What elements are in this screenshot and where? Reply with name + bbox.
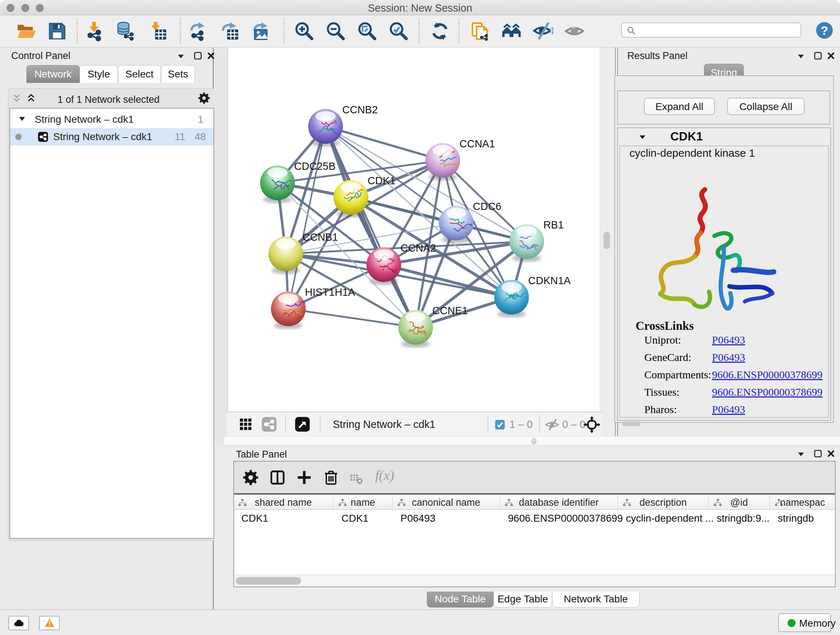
- table-hscrollbar[interactable]: [233, 575, 836, 586]
- column-header-shared-name[interactable]: shared name: [233, 494, 333, 509]
- table-cell[interactable]: CDK1: [241, 513, 268, 524]
- tab-select[interactable]: Select: [118, 65, 161, 83]
- show-eye-button[interactable]: [564, 21, 584, 41]
- table-panel-close-icon[interactable]: [827, 450, 835, 458]
- zoom-selected-button[interactable]: [388, 21, 409, 41]
- hidden-eye-icon[interactable]: [545, 417, 559, 432]
- table-gear-icon[interactable]: [242, 469, 259, 486]
- network-edge[interactable]: [288, 126, 325, 309]
- export-image-button[interactable]: [251, 21, 271, 41]
- memory-button[interactable]: Memory: [778, 613, 831, 632]
- network-edge[interactable]: [288, 309, 416, 327]
- copy-document-button[interactable]: [470, 21, 490, 41]
- cloud-button[interactable]: [8, 616, 29, 630]
- table-hscrollbar-thumb[interactable]: [236, 577, 301, 585]
- crosslink-value-link[interactable]: P06493: [712, 351, 745, 363]
- open-session-button[interactable]: [16, 21, 36, 41]
- export-network-button[interactable]: [188, 21, 208, 41]
- grid-view-icon[interactable]: [239, 417, 253, 431]
- splitter-handle[interactable]: [531, 438, 537, 445]
- birds-eye-view-icon[interactable]: [294, 416, 310, 432]
- table-cell[interactable]: cyclin-dependent ...: [626, 513, 714, 524]
- help-button[interactable]: ?: [816, 22, 833, 39]
- network-node-CDC25B[interactable]: CDC25B: [260, 160, 335, 203]
- warning-button[interactable]: [39, 616, 60, 630]
- home-networks-button[interactable]: [501, 21, 522, 41]
- control-panel-menu-icon[interactable]: [177, 54, 185, 59]
- hide-eye-button[interactable]: [533, 21, 553, 41]
- export-table-button[interactable]: [219, 21, 240, 41]
- delete-column-icon[interactable]: [322, 469, 340, 486]
- results-panel-float-icon[interactable]: [814, 52, 822, 60]
- import-table-button[interactable]: [148, 21, 168, 41]
- function-builder-icon[interactable]: f(x): [375, 467, 394, 483]
- zoom-in-button[interactable]: [294, 21, 314, 41]
- fit-content-icon[interactable]: [583, 416, 601, 434]
- table-panel-float-icon[interactable]: [814, 450, 822, 458]
- tab-style[interactable]: Style: [80, 65, 118, 83]
- column-header-namespac[interactable]: namespac: [770, 494, 836, 509]
- network-node-HIST1H1A[interactable]: HIST1H1A: [271, 287, 355, 329]
- gene-collapse-icon[interactable]: [639, 135, 646, 140]
- import-database-button[interactable]: [115, 21, 136, 41]
- table-cell[interactable]: 9606.ENSP00000378699: [508, 513, 623, 524]
- control-panel-close-icon[interactable]: [207, 52, 215, 60]
- crosslink-value-link[interactable]: P06493: [712, 334, 745, 346]
- show-columns-icon[interactable]: [269, 469, 286, 486]
- node-label: CDK1: [368, 175, 395, 187]
- crosslink-value-link[interactable]: 9606.ENSP00000378699: [712, 386, 823, 398]
- column-header-description[interactable]: description: [618, 494, 709, 509]
- crosslink-value-link[interactable]: P06493: [712, 403, 745, 416]
- refresh-button[interactable]: [430, 21, 450, 41]
- title-bar: Session: New Session: [0, 0, 840, 15]
- network-row-label: String Network – cdk1: [53, 131, 152, 143]
- column-header-canonical-name[interactable]: canonical name: [393, 494, 500, 509]
- results-panel-menu-icon[interactable]: [797, 54, 805, 59]
- tab-network-table[interactable]: Network Table: [552, 592, 639, 608]
- gene-section: CDK1 cyclin-dependent kinase 1: [617, 127, 831, 421]
- zoom-out-button[interactable]: [325, 21, 346, 41]
- crosslink-row: Tissues:9606.ENSP00000378699: [644, 386, 825, 398]
- selected-checkbox-icon[interactable]: [494, 419, 506, 431]
- table-panel-menu-icon[interactable]: [797, 452, 805, 457]
- search-input[interactable]: [621, 22, 801, 38]
- network-node-CCNA1[interactable]: CCNA1: [425, 138, 495, 181]
- crosslink-value-link[interactable]: 9606.ENSP00000378699: [712, 369, 823, 381]
- column-header-database-identifier[interactable]: database identifier: [500, 494, 618, 509]
- network-node-CDKN1A[interactable]: CDKN1A: [494, 275, 571, 318]
- gene-box-scrollbar-thumb[interactable]: [622, 421, 640, 426]
- expand-all-button[interactable]: Expand All: [644, 98, 715, 115]
- collapse-all-icon[interactable]: [11, 93, 22, 103]
- network-row[interactable]: String Network – cdk1 11 48: [10, 128, 213, 146]
- crosslinks-title: CrossLinks: [636, 319, 694, 333]
- tab-edge-table[interactable]: Edge Table: [493, 592, 552, 608]
- expand-all-icon[interactable]: [25, 93, 37, 103]
- control-panel-float-icon[interactable]: [194, 52, 202, 60]
- table-cell[interactable]: P06493: [401, 513, 436, 524]
- import-network-button[interactable]: [84, 21, 104, 41]
- network-vscrollbar-thumb[interactable]: [603, 232, 610, 249]
- column-header--id[interactable]: @id: [709, 494, 770, 509]
- tab-node-table[interactable]: Node Table: [427, 592, 493, 608]
- string-network-icon[interactable]: [261, 416, 277, 432]
- cloud-icon: [13, 618, 24, 629]
- table-cell[interactable]: CDK1: [341, 513, 369, 524]
- zoom-fit-button[interactable]: [357, 21, 377, 41]
- network-node-RB1[interactable]: RB1: [509, 219, 564, 262]
- add-column-icon[interactable]: [295, 469, 313, 486]
- control-gear-icon[interactable]: [197, 92, 210, 105]
- save-session-button[interactable]: [47, 21, 67, 41]
- network-canvas[interactable]: CCNB2CCNA1CDC25BCDK1CDC6RB1CCNB1CCNA2CDK…: [228, 48, 615, 412]
- gene-description: cyclin-dependent kinase 1: [630, 147, 755, 159]
- control-panel: Control Panel NetworkStyleSelectSets 1 o…: [0, 48, 214, 609]
- delete-table-icon[interactable]: [349, 471, 363, 486]
- tab-sets[interactable]: Sets: [161, 65, 195, 83]
- results-panel-close-icon[interactable]: [827, 52, 835, 60]
- table-cell[interactable]: stringdb: [778, 513, 814, 524]
- network-collection-row[interactable]: String Network – cdk1 1: [10, 111, 213, 128]
- table-cell[interactable]: stringdb:9...: [717, 513, 769, 524]
- column-header-name[interactable]: name: [333, 494, 393, 509]
- network-node-CCNB2[interactable]: CCNB2: [308, 104, 378, 147]
- tab-network[interactable]: Network: [27, 65, 80, 83]
- collapse-all-button[interactable]: Collapse All: [727, 98, 805, 115]
